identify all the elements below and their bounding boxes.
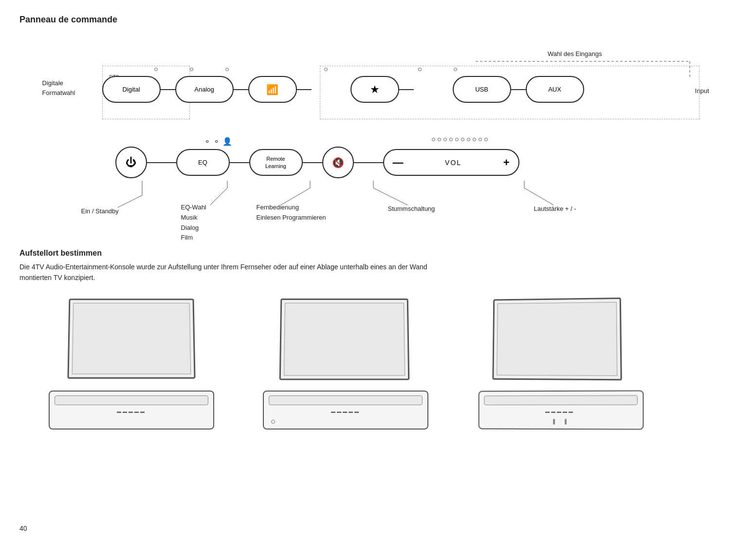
stummschaltung-label: Stummschaltung bbox=[388, 205, 435, 212]
bottom-button-row: ⏻ EQ RemoteLearning 🔇 — VOL + bbox=[115, 147, 519, 178]
remote-learning-button[interactable]: RemoteLearning bbox=[249, 149, 303, 176]
led-bt bbox=[324, 68, 328, 71]
page-title: Panneau de commande bbox=[19, 15, 737, 25]
eq-person-icon3: 👤 bbox=[222, 137, 232, 146]
vol-led-row bbox=[432, 138, 488, 141]
mute-button[interactable]: 🔇 bbox=[322, 147, 354, 178]
control-panel: Wahl des Eingangs Input DigitaleFormatwa… bbox=[37, 35, 719, 239]
annotation-lines bbox=[37, 35, 719, 239]
soundbar-top-3 bbox=[484, 395, 638, 405]
soundbar-1: ▬▬▬▬▬ bbox=[49, 391, 214, 430]
vol-led-9 bbox=[479, 138, 482, 141]
connector-3 bbox=[297, 89, 312, 90]
soundbar-legs-3 bbox=[553, 419, 567, 425]
connector-4 bbox=[399, 89, 414, 90]
wifi-icon: 📶 bbox=[266, 84, 278, 95]
bose-logo-2: ▬▬▬▬▬ bbox=[331, 409, 360, 414]
bose-logo-1: ▬▬▬▬▬ bbox=[117, 409, 146, 414]
tv-screen-inner-1 bbox=[72, 303, 191, 374]
tv-screen-inner-3 bbox=[497, 302, 617, 376]
soundbar-top-2 bbox=[269, 395, 423, 405]
tv-device-1: ▬▬▬▬▬ bbox=[49, 298, 214, 430]
tv-device-2: ▬▬▬▬▬ bbox=[263, 298, 428, 430]
eq-button[interactable]: EQ bbox=[176, 149, 230, 176]
led-digital bbox=[154, 68, 158, 71]
fernbedienung-label: FernbedienungEinlesen Programmieren bbox=[257, 203, 326, 223]
vol-led-3 bbox=[443, 138, 447, 141]
led-analog bbox=[190, 68, 193, 71]
power-icon: ⏻ bbox=[126, 156, 136, 169]
eq-dots-container: ⚬ ⚬ 👤 bbox=[204, 137, 232, 146]
leg-2 bbox=[565, 419, 567, 425]
svg-line-5 bbox=[210, 188, 227, 205]
mute-icon: 🔇 bbox=[332, 157, 344, 168]
eq-wahl-label: EQ-WahlMusikDialogFilm bbox=[181, 203, 206, 243]
soundbar-3: ▬▬▬▬▬ bbox=[479, 390, 644, 430]
eq-person-icon2: ⚬ bbox=[213, 137, 220, 146]
bottom-connector-3 bbox=[303, 162, 322, 163]
tv-screen-3 bbox=[492, 298, 622, 380]
tv-screen-inner-2 bbox=[284, 303, 405, 376]
aux-label: AUX bbox=[548, 86, 561, 93]
vol-led-1 bbox=[432, 138, 435, 141]
leg-1 bbox=[553, 419, 555, 425]
ein-standby-label: Ein / Standby bbox=[81, 207, 119, 215]
eq-person-icon1: ⚬ bbox=[204, 137, 210, 146]
vol-minus-symbol: — bbox=[393, 156, 404, 169]
led-wifi bbox=[225, 68, 229, 71]
digital-label: Digital bbox=[122, 86, 140, 93]
usb-label: USB bbox=[475, 86, 488, 93]
vol-led-5 bbox=[455, 138, 459, 141]
bottom-connector-4 bbox=[354, 162, 383, 163]
analog-label: Analog bbox=[194, 86, 214, 93]
vol-plus-symbol: + bbox=[503, 156, 510, 169]
bose-logo-3: ▬▬▬▬▬ bbox=[545, 409, 574, 414]
vol-label: VOL bbox=[445, 159, 461, 167]
svg-line-3 bbox=[118, 195, 142, 207]
vol-led-4 bbox=[449, 138, 453, 141]
svg-line-11 bbox=[524, 188, 553, 205]
placement-section: Aufstellort bestimmen Die 4TV Audio-Ente… bbox=[19, 249, 737, 430]
vol-button[interactable]: — VOL + bbox=[383, 149, 519, 176]
eq-label: EQ bbox=[198, 159, 207, 166]
power-button[interactable]: ⏻ bbox=[115, 147, 147, 178]
analog-button[interactable]: Analog bbox=[175, 76, 234, 103]
tv-images: ▬▬▬▬▬ ▬▬▬▬▬ bbox=[19, 298, 737, 430]
bluetooth-button[interactable]: ★ bbox=[350, 76, 399, 103]
tv-screen-1 bbox=[67, 299, 195, 378]
svg-line-9 bbox=[373, 188, 407, 205]
soundbar-top-1 bbox=[55, 395, 208, 405]
connector-1 bbox=[161, 89, 175, 90]
tv-screen-2 bbox=[279, 299, 410, 380]
wifi-button[interactable]: 📶 bbox=[248, 76, 297, 103]
vol-led-6 bbox=[461, 138, 464, 141]
page-number: 40 bbox=[19, 524, 27, 532]
remote-learning-label: RemoteLearning bbox=[265, 155, 286, 169]
wahl-eingangs-label: Wahl des Eingangs bbox=[548, 50, 602, 57]
bottom-connector-2 bbox=[230, 162, 249, 163]
led-usb bbox=[418, 68, 422, 71]
top-led-row bbox=[154, 68, 457, 71]
top-button-row: Digital Analog 📶 ★ USB AUX bbox=[102, 76, 584, 103]
bottom-connector-1 bbox=[147, 162, 176, 163]
connector-5 bbox=[511, 89, 526, 90]
tv-device-3: ▬▬▬▬▬ bbox=[477, 298, 643, 430]
digital-button[interactable]: Digital bbox=[102, 76, 161, 103]
connector-2 bbox=[234, 89, 248, 90]
digitale-formatwahl-label: DigitaleFormatwahl bbox=[42, 78, 75, 97]
vol-led-10 bbox=[484, 138, 488, 141]
led-aux bbox=[454, 68, 457, 71]
bluetooth-icon: ★ bbox=[370, 83, 380, 96]
placement-title: Aufstellort bestimmen bbox=[19, 249, 737, 258]
placement-text: Die 4TV Audio-Entertainment-Konsole wurd… bbox=[19, 262, 458, 283]
soundbar-2: ▬▬▬▬▬ bbox=[263, 391, 428, 430]
aux-button[interactable]: AUX bbox=[526, 76, 584, 103]
usb-button[interactable]: USB bbox=[453, 76, 511, 103]
soundbar-dot-2 bbox=[271, 420, 275, 424]
vol-led-8 bbox=[473, 138, 476, 141]
vol-led-7 bbox=[467, 138, 470, 141]
vol-inner: — VOL + bbox=[384, 156, 518, 169]
vol-led-2 bbox=[438, 138, 441, 141]
lautstaerke-label: Lautstärke + / - bbox=[534, 205, 576, 212]
